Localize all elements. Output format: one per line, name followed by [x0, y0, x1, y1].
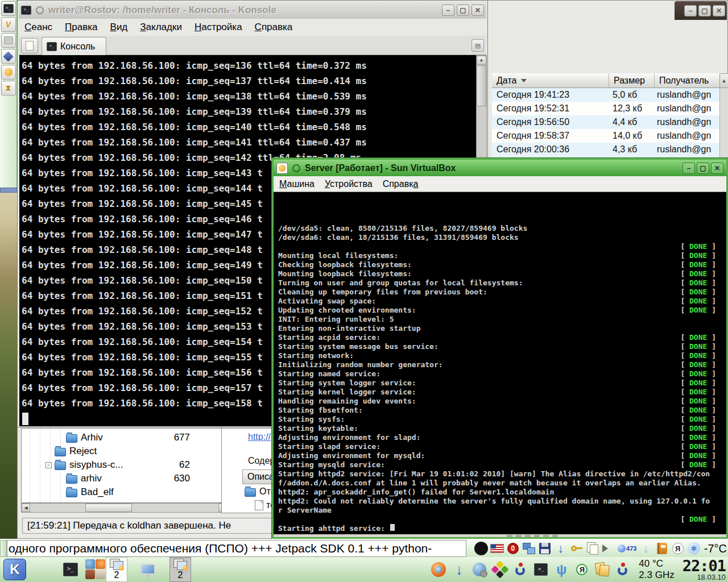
globe-settings-icon[interactable]: [471, 562, 487, 577]
task-group-1[interactable]: 2: [106, 557, 127, 582]
taskbar-konsole-button[interactable]: >_: [63, 562, 78, 577]
network-monitor-icon[interactable]: [522, 542, 536, 555]
close-button[interactable]: ✕: [471, 5, 484, 16]
anchor-app-icon-2[interactable]: [615, 562, 631, 577]
minimize-button[interactable]: –: [684, 5, 697, 16]
virtualbox-titlebar[interactable]: Server [Работает] - Sun VirtualBox – ▢ ✕: [274, 160, 726, 176]
download-arrow-icon-inactive[interactable]: ↓: [639, 542, 653, 555]
firefox-icon[interactable]: [431, 562, 446, 577]
dock-terminal-button[interactable]: >_: [1, 1, 16, 16]
scroll-up-button[interactable]: ▲: [719, 73, 728, 88]
tree-expander-icon[interactable]: −: [46, 462, 52, 468]
panel-clock[interactable]: 22:01 18.03.10: [682, 559, 726, 581]
message-row[interactable]: Сегодня 19:52:3112,3 кбruslandh@gn: [492, 102, 719, 115]
ticker-field[interactable]: одного программного обеспечения (ПСПО) +…: [7, 540, 466, 557]
tab-options-button[interactable]: ▤: [471, 39, 484, 52]
sticky-pin-button[interactable]: [292, 164, 300, 172]
k-menu-button[interactable]: K: [3, 559, 26, 580]
menu-item-1[interactable]: Сеанс: [24, 22, 52, 33]
message-row[interactable]: Сегодня 19:41:235,0 кбruslandh@gn: [492, 88, 719, 102]
folder-tree-hscrollbar[interactable]: ◀ ◀ ▶: [21, 503, 236, 513]
close-button[interactable]: ✕: [713, 5, 725, 16]
maximize-button[interactable]: ▢: [698, 5, 711, 16]
tree-item-arhiv[interactable]: arhiv: [66, 472, 102, 485]
keyboard-layout-flag-icon[interactable]: [490, 542, 504, 555]
message-row[interactable]: Сегодня 19:56:504,4 кбruslandh@gn: [492, 115, 719, 129]
close-button[interactable]: ✕: [711, 163, 723, 174]
menu-item-6[interactable]: Справка: [255, 22, 293, 33]
quick-launch-area[interactable]: [85, 559, 106, 580]
message-row[interactable]: Сегодня 19:58:3714,0 кбruslandh@gn: [492, 129, 719, 143]
column-header-size[interactable]: Размер: [609, 73, 655, 88]
column-header-recipient[interactable]: Получатель: [655, 73, 719, 88]
sticky-pin-button[interactable]: [36, 6, 44, 14]
volume-icon[interactable]: [602, 542, 615, 555]
quicklaunch-firefox-icon[interactable]: [96, 559, 105, 569]
menu-item-2[interactable]: Правка: [65, 22, 97, 33]
pie-clock-tray-icon[interactable]: [474, 542, 488, 555]
scrollbar-thumb[interactable]: [85, 504, 132, 512]
terminal-line: 64 bytes from 192.168.56.100: icmp_seq=1…: [19, 58, 476, 73]
message-link[interactable]: http://: [248, 432, 271, 442]
column-header-date[interactable]: Дата: [492, 73, 609, 88]
message-date: Сегодня 20:00:36: [492, 144, 609, 155]
virtualbox-menubar: МашинаУстройстваСправка: [274, 176, 726, 192]
dock-hourglass-button[interactable]: ⧗: [1, 81, 16, 95]
quicklaunch-globe-icon[interactable]: [85, 559, 95, 569]
download-arrow-icon[interactable]: ↓: [554, 542, 568, 555]
terminal-launcher-icon[interactable]: >_: [533, 562, 549, 577]
taskbar-monitor-button[interactable]: [139, 560, 157, 577]
scroll-left-button[interactable]: ◀: [22, 504, 30, 512]
menu-item-2[interactable]: Устройства: [325, 179, 373, 189]
maximize-button[interactable]: ▢: [697, 163, 709, 174]
torrent-tray-icon[interactable]: 473: [618, 542, 637, 555]
file-manager-icon[interactable]: [594, 562, 610, 577]
scroll-up-button[interactable]: ▲: [477, 56, 486, 65]
download-arrow-icon[interactable]: ↓: [451, 562, 467, 577]
konsole-titlebar[interactable]: >_ writer@Rostov: /home/writer - Консоль…: [19, 2, 486, 19]
tree-item-sisyphusc[interactable]: −sisyphus-c...: [46, 458, 123, 472]
yandex-icon[interactable]: Я: [574, 562, 590, 577]
guest-console-output[interactable]: /dev/sda5: clean, 8580/215136 files, 820…: [274, 192, 726, 534]
minimize-button[interactable]: –: [682, 163, 695, 174]
message-list-scrollbar[interactable]: [719, 88, 728, 159]
dock-vbox-machine-button[interactable]: [1, 65, 16, 80]
menu-item-3[interactable]: Справка: [383, 179, 419, 189]
addressbook-tray-icon[interactable]: [655, 542, 669, 555]
dock-disabled-button[interactable]: [1, 33, 16, 48]
menu-item-1[interactable]: Машина: [279, 179, 315, 189]
hourglass-icon: ⧗: [6, 84, 11, 93]
dock-virtualbox-button[interactable]: [1, 49, 16, 64]
menu-item-3[interactable]: Вид: [110, 22, 128, 33]
dock-app-button[interactable]: V: [1, 17, 16, 32]
tree-item-Arhiv[interactable]: Arhiv: [66, 431, 103, 444]
torrent-count: 473: [626, 545, 636, 552]
panel-hide-handle[interactable]: [0, 188, 17, 193]
stop-tray-icon[interactable]: 0: [506, 542, 520, 555]
applet-handle[interactable]: [0, 540, 7, 557]
console-line: Updating chrooted environments:[ DONE ]: [278, 306, 716, 315]
yandex-tray-icon[interactable]: Я: [671, 542, 685, 555]
kde-app-icon[interactable]: [492, 562, 508, 577]
tree-item-Reject[interactable]: Reject: [55, 444, 97, 458]
menu-item-4[interactable]: Закладки: [140, 22, 182, 33]
new-tab-button[interactable]: [21, 38, 38, 53]
quicklaunch-photo-icon[interactable]: [85, 569, 95, 579]
tree-item-Bad_elf[interactable]: Bad_elf: [66, 485, 114, 499]
clipboard-icon[interactable]: [586, 542, 599, 555]
tab-konsole[interactable]: >_ Консоль: [42, 37, 106, 55]
floppy-mount-icon[interactable]: [538, 542, 552, 555]
menu-item-5[interactable]: Настройка: [195, 22, 242, 33]
anchor-app-icon[interactable]: [512, 562, 528, 577]
quicklaunch-ship-icon[interactable]: [96, 569, 105, 579]
window-count-badge: 2: [178, 570, 183, 580]
key-wallet-icon[interactable]: [570, 542, 584, 555]
maximize-button[interactable]: ▢: [457, 5, 469, 16]
scrollbar-thumb[interactable]: [477, 65, 486, 106]
message-row[interactable]: Сегодня 20:00:364,3 кбruslandh@gn: [492, 143, 719, 156]
psi-messenger-icon[interactable]: ψ: [553, 562, 569, 577]
minimize-button[interactable]: –: [442, 5, 454, 16]
weather-icon[interactable]: ✱: [687, 542, 701, 555]
ticker-text: одного программного обеспечения (ПСПО) +…: [7, 542, 432, 555]
task-group-2[interactable]: 2: [169, 557, 191, 582]
